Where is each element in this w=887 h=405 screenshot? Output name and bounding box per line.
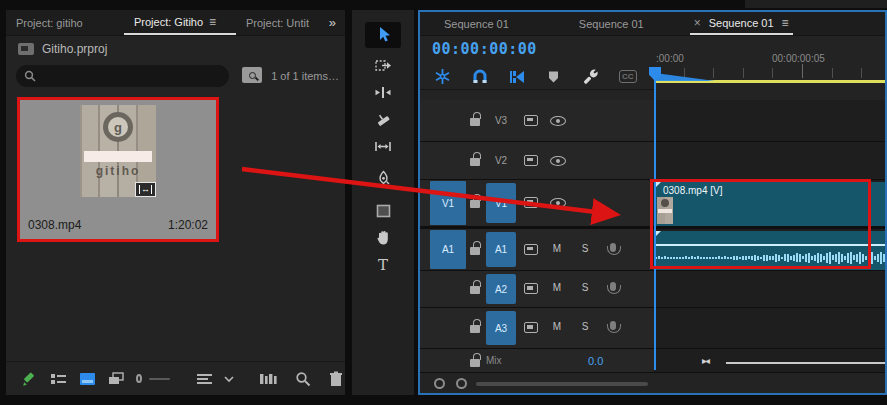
lock-icon[interactable]: [470, 200, 480, 208]
search-icon: [24, 70, 36, 82]
scroll-zoom-handle-right[interactable]: [456, 378, 467, 389]
tab-overflow-icon[interactable]: »: [329, 15, 335, 30]
linked-selection-icon[interactable]: [508, 68, 525, 85]
captions-icon[interactable]: CC: [619, 70, 637, 83]
track-lane-a3[interactable]: [654, 308, 885, 348]
rectangle-tool[interactable]: [363, 197, 403, 224]
icon-view-icon[interactable]: [78, 370, 96, 388]
lock-icon[interactable]: [470, 286, 480, 294]
timeline-settings-wrench-icon[interactable]: [582, 68, 599, 85]
lock-icon[interactable]: [470, 158, 480, 166]
new-item-icon[interactable]: [327, 370, 345, 388]
tab-project-gitiho[interactable]: Project: gitiho: [6, 10, 124, 35]
media-item-0308[interactable]: g gitiho ↔ 0308.mp4 1:20:02: [17, 97, 219, 242]
toggle-track-output-icon[interactable]: [550, 156, 566, 166]
hand-tool[interactable]: [363, 224, 403, 251]
playhead-line[interactable]: [654, 67, 656, 370]
track-row-a3: A3 M S: [420, 308, 885, 349]
sync-lock-icon[interactable]: [524, 322, 538, 333]
timeline-clip-audio[interactable]: [655, 231, 887, 270]
track-target-a1[interactable]: A1: [486, 232, 516, 267]
timeline-clip-video[interactable]: 0308.mp4 [V]: [655, 182, 887, 226]
selection-tool[interactable]: [365, 22, 401, 48]
automate-to-sequence-icon[interactable]: [259, 370, 277, 388]
search-bin-icon[interactable]: [242, 67, 262, 83]
writable-indicator-icon[interactable]: [20, 370, 38, 388]
lock-icon[interactable]: [470, 247, 480, 255]
pen-tool[interactable]: [363, 165, 403, 192]
sort-chevron-icon[interactable]: [220, 370, 238, 388]
sync-lock-icon[interactable]: [524, 283, 538, 294]
toggle-track-output-icon[interactable]: [550, 116, 566, 126]
solo-button[interactable]: S: [578, 282, 592, 293]
project-breadcrumb[interactable]: Gitiho.prproj: [6, 36, 345, 62]
voiceover-record-icon[interactable]: [610, 243, 616, 252]
add-marker-icon[interactable]: [545, 68, 562, 85]
source-patch-v1[interactable]: V1: [430, 181, 466, 225]
voiceover-record-icon[interactable]: [610, 321, 616, 330]
track-row-v3: V3: [420, 100, 885, 142]
search-input[interactable]: [42, 70, 212, 82]
type-tool[interactable]: T: [363, 251, 403, 278]
snap-icon[interactable]: [471, 68, 488, 85]
toggle-track-output-icon[interactable]: [550, 198, 566, 208]
scrollbar-track[interactable]: [476, 382, 648, 386]
ruler-label-5s: 00:00:00:05: [772, 53, 825, 64]
source-patch-a1[interactable]: A1: [430, 230, 466, 269]
sync-lock-icon[interactable]: [524, 244, 538, 255]
zoom-slider-track[interactable]: [149, 378, 170, 380]
track-target-a2[interactable]: A2: [486, 274, 516, 304]
tab-project-gitiho-active[interactable]: Project: Gitiho ≡: [124, 10, 236, 35]
voiceover-record-icon[interactable]: [610, 282, 616, 291]
sync-lock-icon[interactable]: [524, 155, 538, 166]
fit-keyframes-icon[interactable]: ▸◂: [702, 355, 708, 366]
scroll-zoom-handle-left[interactable]: [434, 378, 445, 389]
solo-button[interactable]: S: [578, 243, 592, 254]
mute-button[interactable]: M: [550, 243, 564, 254]
lock-icon[interactable]: [470, 118, 480, 126]
tab-label: Project: Gitiho: [134, 16, 203, 28]
mix-level-line: [726, 362, 885, 364]
sort-icons-icon[interactable]: [195, 370, 213, 388]
lock-icon[interactable]: [470, 359, 480, 367]
track-lane-v3[interactable]: [654, 100, 885, 141]
project-panel: Project: gitiho Project: Gitiho ≡ Projec…: [6, 10, 345, 395]
solo-button[interactable]: S: [578, 321, 592, 332]
freeform-view-icon[interactable]: [107, 370, 125, 388]
nest-toggle-icon[interactable]: [434, 68, 451, 85]
track-target-a3[interactable]: A3: [486, 311, 516, 345]
timeline-ruler[interactable]: [654, 68, 885, 78]
type-tool-glyph: T: [378, 256, 388, 274]
track-lane-v2[interactable]: [654, 142, 885, 179]
sync-lock-icon[interactable]: [524, 115, 538, 126]
list-view-icon[interactable]: [49, 370, 67, 388]
search-box[interactable]: [16, 65, 229, 87]
mix-level-value[interactable]: 0.0: [588, 355, 603, 367]
sync-lock-icon[interactable]: [524, 197, 538, 208]
razor-tool[interactable]: [363, 106, 403, 133]
tab-sequence-01-active[interactable]: × Sequence 01 ≡: [690, 12, 793, 35]
mute-button[interactable]: M: [550, 321, 564, 332]
tab-label: Sequence 01: [709, 17, 774, 29]
panel-menu-icon[interactable]: ≡: [782, 16, 789, 30]
track-select-forward-tool[interactable]: [363, 52, 403, 79]
track-label-v3[interactable]: V3: [486, 100, 516, 141]
tab-sequence-01-b[interactable]: Sequence 01: [579, 18, 644, 30]
track-lane-a2[interactable]: [654, 271, 885, 307]
track-head-v3: V3: [420, 100, 654, 141]
tab-project-untitled[interactable]: Project: Untit: [236, 10, 322, 35]
track-target-v1[interactable]: V1: [486, 183, 516, 223]
close-icon[interactable]: ×: [694, 16, 701, 30]
lock-icon[interactable]: [470, 325, 480, 333]
panel-menu-icon[interactable]: ≡: [209, 15, 216, 29]
tools-panel: T: [352, 10, 414, 395]
find-icon[interactable]: [294, 370, 312, 388]
playhead-timecode[interactable]: 00:00:00:00: [432, 40, 537, 58]
track-label-v2[interactable]: V2: [486, 142, 516, 179]
tab-sequence-01-a[interactable]: Sequence 01: [444, 18, 509, 30]
project-bottom-toolbar: [6, 361, 345, 395]
zoom-slider-knob[interactable]: [136, 374, 142, 383]
slip-tool[interactable]: [363, 133, 403, 160]
mute-button[interactable]: M: [550, 282, 564, 293]
ripple-edit-tool[interactable]: [363, 79, 403, 106]
